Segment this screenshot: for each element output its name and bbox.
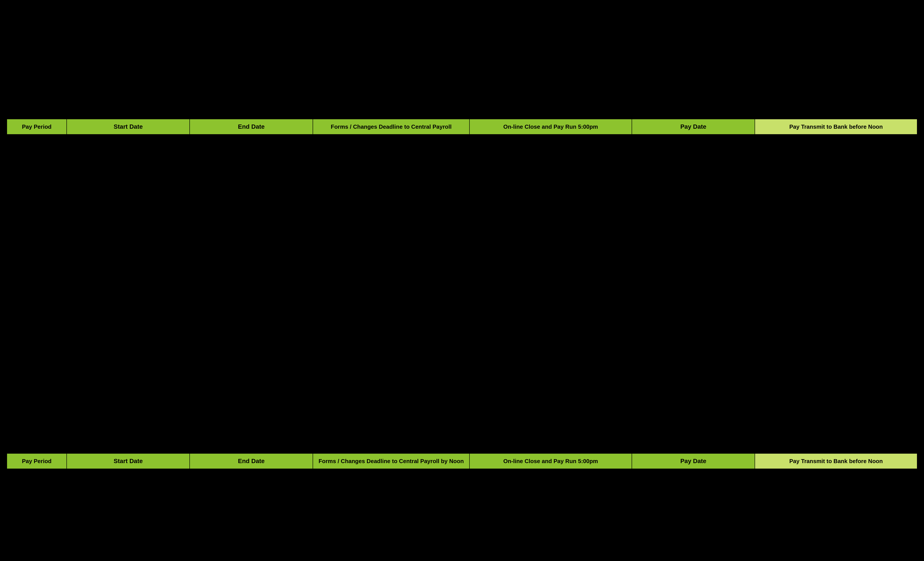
header-forms-changes-1: Forms / Changes Deadline to Central Payr…: [313, 119, 470, 134]
header-start-date-1: Start Date: [67, 119, 190, 134]
first-table-container: Pay Period Start Date End Date Forms / C…: [7, 119, 917, 135]
header-end-date-1: End Date: [190, 119, 313, 134]
header-online-close-1: On-line Close and Pay Run 5:00pm: [470, 119, 632, 134]
payroll-table-1: Pay Period Start Date End Date Forms / C…: [7, 119, 917, 135]
header-online-close-2: On-line Close and Pay Run 5:00pm: [470, 453, 632, 469]
header-pay-period-1: Pay Period: [7, 119, 67, 134]
header-end-date-2: End Date: [190, 453, 313, 469]
header-pay-date-1: Pay Date: [632, 119, 755, 134]
header-pay-period-2: Pay Period: [7, 453, 67, 469]
second-table-container: Pay Period Start Date End Date Forms / C…: [7, 453, 917, 469]
header-pay-date-2: Pay Date: [632, 453, 755, 469]
header-pay-transmit-2: Pay Transmit to Bank before Noon: [755, 453, 917, 469]
payroll-table-2: Pay Period Start Date End Date Forms / C…: [7, 453, 917, 469]
header-pay-transmit-1: Pay Transmit to Bank before Noon: [755, 119, 917, 134]
header-forms-changes-2: Forms / Changes Deadline to Central Payr…: [313, 453, 470, 469]
header-start-date-2: Start Date: [67, 453, 190, 469]
